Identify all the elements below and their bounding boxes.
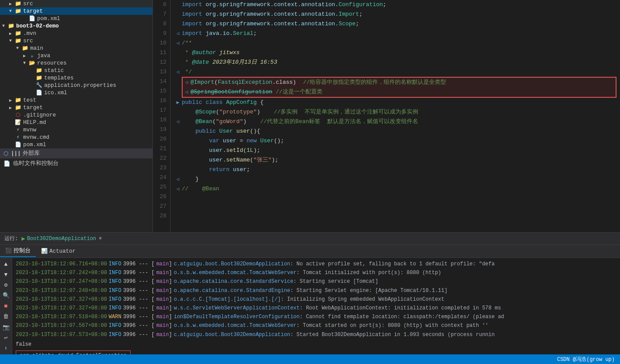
console-wrap-btn[interactable]: ↩ <box>1 333 11 342</box>
tree-arrow-resources: ▼ <box>21 61 28 65</box>
sidebar-item-pom[interactable]: 📄 pom.xml <box>0 141 152 148</box>
sidebar-item-main[interactable]: ▼ 📁 main <box>0 45 152 52</box>
sidebar-item-src[interactable]: ▶ 📁 src <box>0 0 152 7</box>
sidebar-item-temp[interactable]: 📄 临时文件和控制台 <box>0 158 152 168</box>
tree-arrow-main: ▼ <box>14 46 21 51</box>
code-line-28: ◁ // @Bean <box>174 184 617 194</box>
console-scroll-up[interactable]: ▲ <box>1 260 11 268</box>
code-line-10: ◁ import java.io.Serial; <box>174 29 617 38</box>
code-text-12: * @author jitwxs <box>182 48 617 58</box>
tree-label-application: application.properties <box>44 82 116 89</box>
sidebar-item-help[interactable]: 📝 HELP.md <box>0 119 152 126</box>
gutter-17: ▶ <box>174 98 182 107</box>
run-app[interactable]: ▶ Boot302DemoApplication × <box>21 235 102 242</box>
code-line-6: import org.springframework.context.annot… <box>174 0 617 10</box>
code-text-10: import java.io.Serial; <box>182 29 617 38</box>
lib-label: 外部库 <box>23 150 40 157</box>
code-line-15: ◁ @Import(FastsqlException.class) //给容器中… <box>183 78 616 87</box>
status-bar: CSDN @冯浩(grow up) <box>0 354 620 364</box>
log-line-3: 2023-10-13T18:12:07.248+08:00 INFO 3996 … <box>16 287 617 295</box>
tree-label-main: main <box>30 45 43 52</box>
code-text-16: @SpringBootConfiguration //这是一个配置类 <box>191 87 616 97</box>
sidebar-item-mvnwcmd[interactable]: ⚡ mvnw.cmd <box>0 134 152 141</box>
sidebar-item-external-lib[interactable]: ⬡ ||| 外部库 <box>0 148 152 158</box>
folder-icon-src: 📁 <box>14 0 22 7</box>
sidebar-item-mvn[interactable]: ▶ 📁 .mvn <box>0 30 152 37</box>
sidebar-item-src2[interactable]: ▼ 📁 src <box>0 37 152 45</box>
sidebar-item-resources[interactable]: ▼ 📂 resources <box>0 59 152 67</box>
sidebar-item-java[interactable]: ▶ ☕ java <box>0 52 152 59</box>
sidebar-item-ico[interactable]: 📄 ico.xml <box>0 89 152 96</box>
bottom-panel: 运行: ▶ Boot302DemoApplication × ⬛ 控制台 📊 A… <box>0 232 620 354</box>
code-text-7: import org.springframework.context.annot… <box>182 10 617 19</box>
actuator-icon: 📊 <box>41 248 48 254</box>
tree-label-boot: boot3-02-demo <box>16 23 59 29</box>
tree-label-pom-target: pom.xml <box>37 16 60 22</box>
code-line-17: ▶ public class AppConfig { <box>174 98 617 107</box>
log-line-1: 2023-10-13T18:12:07.242+08:00 INFO 3996 … <box>16 269 617 277</box>
tree-label-target2: target <box>23 105 43 111</box>
code-text-28: // @Bean <box>182 184 617 194</box>
console-settings-btn[interactable]: ⚙ <box>1 281 11 289</box>
log-line-8: 2023-10-13T18:12:07.573+08:00 INFO 3996 … <box>16 331 617 339</box>
sidebar-item-boot3-02-demo[interactable]: ▼ 📁 boot3-02-demo <box>0 22 152 30</box>
code-line-13: * @date 2023年10月13日 16:53 <box>174 58 617 67</box>
console-false-text: false <box>16 340 617 350</box>
console-expand-btn[interactable]: ⬆ <box>1 344 11 353</box>
code-text-22: user.setId(1L); <box>182 146 617 155</box>
tree-arrow-target: ▼ <box>7 9 14 14</box>
tree-arrow-test: ▶ <box>7 98 14 103</box>
code-text-20: public User user(){ <box>182 127 617 136</box>
code-text-6: import org.springframework.context.annot… <box>182 0 617 10</box>
lib-icon: ⬡ <box>3 150 8 157</box>
tree-label-mvn: .mvn <box>23 31 36 37</box>
prop-icon: 🔧 <box>35 82 43 89</box>
sidebar-item-static[interactable]: 📁 static <box>0 67 152 74</box>
code-line-21: var user = new User(); <box>174 136 617 146</box>
sidebar-item-application[interactable]: 🔧 application.properties <box>0 82 152 89</box>
sidebar-item-gitignore[interactable]: ⬡ .gitignore <box>0 111 152 119</box>
sidebar-item-test[interactable]: ▶ 📁 test <box>0 96 152 104</box>
folder-icon-target2: 📁 <box>14 104 22 111</box>
run-close-icon[interactable]: × <box>99 236 102 242</box>
code-line-18: @Scope("prototype") //多实例 不写是单实例，通过这个注解可… <box>174 107 617 117</box>
sidebar-item-target2[interactable]: ▶ 📁 target <box>0 104 152 111</box>
console-stop-btn[interactable]: ■ <box>1 302 11 310</box>
code-text-8: import org.springframework.context.annot… <box>182 19 617 29</box>
code-lines[interactable]: import org.springframework.context.annot… <box>170 0 620 232</box>
log-line-4: 2023-10-13T18:12:07.327+08:00 INFO 3996 … <box>16 295 617 304</box>
console-clear-btn[interactable]: 🗑 <box>1 312 11 321</box>
tab-actuator-label: Actuator <box>49 248 76 254</box>
code-text-19: @Bean("goWord") //代替之前的Bean标签 默认是方法名，赋值可… <box>182 117 617 127</box>
tree-arrow-src: ▶ <box>7 1 14 7</box>
mvnwcmd-icon: ⚡ <box>14 134 22 141</box>
git-icon: ⬡ <box>14 112 22 118</box>
gutter-10: ◁ <box>174 29 182 38</box>
sidebar-item-templates[interactable]: 📁 templates <box>0 74 152 82</box>
console-scroll-down[interactable]: ▼ <box>1 270 11 279</box>
app-name: Boot302DemoApplication <box>27 236 96 242</box>
run-label: 运行: <box>4 235 18 242</box>
code-line-8: import org.springframework.context.annot… <box>174 19 617 29</box>
gutter-19: ◁ <box>174 117 182 127</box>
tree-label-mvnwcmd: mvnw.cmd <box>23 134 49 141</box>
log-line-2: 2023-10-13T18:12:07.247+08:00 INFO 3996 … <box>16 278 617 286</box>
folder-icon-main: 📁 <box>21 45 29 52</box>
tree-arrow-mvn: ▶ <box>7 31 14 36</box>
code-text-23: user.setName("张三"); <box>182 155 617 165</box>
console-content[interactable]: 2023-10-13T18:12:06.716+08:00 INFO 3996 … <box>12 258 620 354</box>
log-line-7: 2023-10-13T18:12:07.567+08:00 INFO 3996 … <box>16 322 617 330</box>
run-bar: 运行: ▶ Boot302DemoApplication × <box>0 233 620 245</box>
sidebar-item-target[interactable]: ▼ 📁 target <box>0 7 152 15</box>
code-text-24: return user; <box>182 165 617 175</box>
folder-icon-templates: 📁 <box>35 75 43 81</box>
tab-console[interactable]: ⬛ 控制台 <box>0 245 36 257</box>
sidebar-item-mvnw[interactable]: ⚡ mvnw <box>0 126 152 134</box>
tree-label-src: src <box>23 1 33 7</box>
console-camera-btn[interactable]: 📷 <box>1 323 11 332</box>
folder-icon-static: 📁 <box>35 67 43 74</box>
temp-icon: 📄 <box>3 160 10 167</box>
tab-actuator[interactable]: 📊 Actuator <box>36 246 81 256</box>
sidebar-item-pom-target[interactable]: 📄 pom.xml <box>0 15 152 22</box>
console-filter-btn[interactable]: 🔍 <box>1 291 11 300</box>
